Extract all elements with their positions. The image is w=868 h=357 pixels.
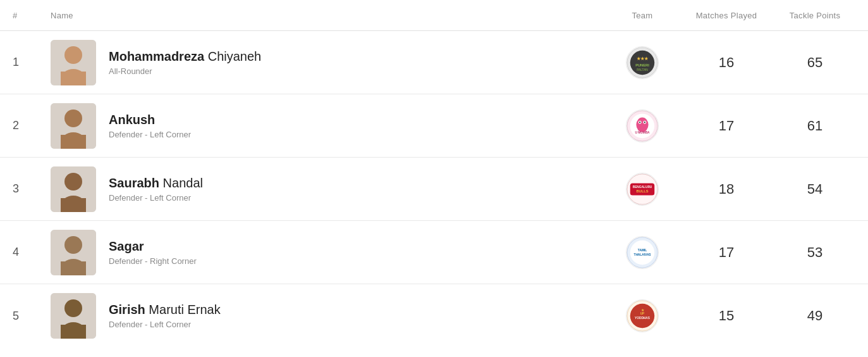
team-logo: TAMIL THALAIVAS xyxy=(626,236,659,269)
table-header: # Name Team Matches Played Tackle Points xyxy=(0,0,868,31)
tackle-points: 53 xyxy=(774,244,855,261)
tackle-points: 49 xyxy=(774,308,855,324)
player-name: Ankush xyxy=(109,113,191,127)
leaderboard-table: # Name Team Matches Played Tackle Points… xyxy=(0,0,868,357)
player-rank: 3 xyxy=(13,182,51,196)
svg-text:★: ★ xyxy=(641,308,644,312)
team-logo: UP YODDHAS ★ xyxy=(626,299,659,332)
matches-played: 15 xyxy=(678,308,774,324)
svg-text:YODDHAS: YODDHAS xyxy=(635,316,651,320)
player-text: Girish Maruti Ernak Defender - Left Corn… xyxy=(109,303,221,329)
team-logo-cell: U MUMBA xyxy=(606,110,678,142)
player-info: Mohammadreza Chiyaneh All-Rounder xyxy=(51,40,606,85)
player-name: Saurabh Nandal xyxy=(109,176,203,191)
player-role: Defender - Left Corner xyxy=(109,130,191,139)
player-info: Girish Maruti Ernak Defender - Left Corn… xyxy=(51,293,606,339)
svg-rect-24 xyxy=(61,198,86,212)
svg-point-20 xyxy=(644,122,645,123)
svg-text:PUNERI: PUNERI xyxy=(635,63,649,66)
svg-rect-40 xyxy=(61,325,86,339)
svg-point-30 xyxy=(64,236,82,254)
svg-rect-32 xyxy=(61,261,86,275)
team-logo-cell: TAMIL THALAIVAS xyxy=(606,236,678,269)
svg-text:TAMIL: TAMIL xyxy=(638,249,647,252)
col-header-name: Name xyxy=(51,11,606,20)
player-role: Defender - Left Corner xyxy=(109,320,221,329)
player-rank: 1 xyxy=(13,56,51,69)
avatar xyxy=(51,103,96,149)
player-text: Sagar Defender - Right Corner xyxy=(109,239,197,266)
svg-rect-3 xyxy=(61,72,86,85)
team-logo: BENGALURU BULLS xyxy=(626,173,659,206)
player-name: Mohammadreza Chiyaneh xyxy=(109,49,261,64)
team-logo: U MUMBA xyxy=(626,110,659,142)
player-rank: 2 xyxy=(13,119,51,132)
tackle-points: 54 xyxy=(774,181,855,197)
table-row: 2 Ankush Defender - Left Corner U MUMBA xyxy=(0,94,868,158)
player-info: Saurabh Nandal Defender - Left Corner xyxy=(51,166,606,212)
table-row: 3 Saurabh Nandal Defender - Left Corner … xyxy=(0,158,868,221)
col-header-team: Team xyxy=(606,11,678,20)
svg-text:BENGALURU: BENGALURU xyxy=(633,185,652,189)
player-info: Ankush Defender - Left Corner xyxy=(51,103,606,149)
table-row: 5 Girish Maruti Ernak Defender - Left Co… xyxy=(0,284,868,348)
player-text: Ankush Defender - Left Corner xyxy=(109,113,191,139)
player-text: Mohammadreza Chiyaneh All-Rounder xyxy=(109,49,261,76)
col-header-points: Tackle Points xyxy=(774,11,855,20)
player-rank: 4 xyxy=(13,246,51,259)
player-role: Defender - Right Corner xyxy=(109,256,197,266)
svg-point-38 xyxy=(64,299,82,317)
svg-rect-12 xyxy=(61,135,86,149)
avatar xyxy=(51,293,96,339)
col-header-matches: Matches Played xyxy=(678,11,774,20)
svg-text:★★★: ★★★ xyxy=(637,56,649,61)
table-row: 1 Mohammadreza Chiyaneh All-Rounder ★★★ … xyxy=(0,31,868,94)
player-rank: 5 xyxy=(13,310,51,323)
player-info: Sagar Defender - Right Corner xyxy=(51,230,606,275)
matches-played: 17 xyxy=(678,118,774,134)
svg-point-22 xyxy=(64,173,82,191)
player-text: Saurabh Nandal Defender - Left Corner xyxy=(109,176,203,203)
avatar xyxy=(51,166,96,212)
table-row: 4 Sagar Defender - Right Corner TAMIL TH… xyxy=(0,221,868,284)
player-name: Sagar xyxy=(109,239,197,254)
svg-text:THALAIVAS: THALAIVAS xyxy=(633,253,651,256)
tackle-points: 61 xyxy=(774,118,855,134)
svg-text:U MUMBA: U MUMBA xyxy=(635,130,650,134)
svg-point-10 xyxy=(64,110,82,127)
matches-played: 16 xyxy=(678,54,774,71)
svg-text:BULLS: BULLS xyxy=(636,189,648,192)
matches-played: 17 xyxy=(678,244,774,261)
tackle-points: 65 xyxy=(774,54,855,71)
matches-played: 18 xyxy=(678,181,774,197)
team-logo: ★★★ PUNERI PALTAN xyxy=(626,46,659,79)
team-logo-cell: BENGALURU BULLS xyxy=(606,173,678,206)
avatar xyxy=(51,230,96,275)
svg-point-1 xyxy=(64,46,82,64)
avatar xyxy=(51,40,96,85)
team-logo-cell: ★★★ PUNERI PALTAN xyxy=(606,46,678,79)
svg-point-19 xyxy=(639,122,640,123)
col-header-rank: # xyxy=(13,11,51,20)
svg-point-15 xyxy=(636,117,648,132)
svg-text:PALTAN: PALTAN xyxy=(637,68,648,72)
player-role: Defender - Left Corner xyxy=(109,193,203,203)
team-logo-cell: UP YODDHAS ★ xyxy=(606,299,678,332)
player-name: Girish Maruti Ernak xyxy=(109,303,221,317)
table-body: 1 Mohammadreza Chiyaneh All-Rounder ★★★ … xyxy=(0,31,868,348)
player-role: All-Rounder xyxy=(109,66,261,76)
svg-text:UP: UP xyxy=(640,312,645,315)
